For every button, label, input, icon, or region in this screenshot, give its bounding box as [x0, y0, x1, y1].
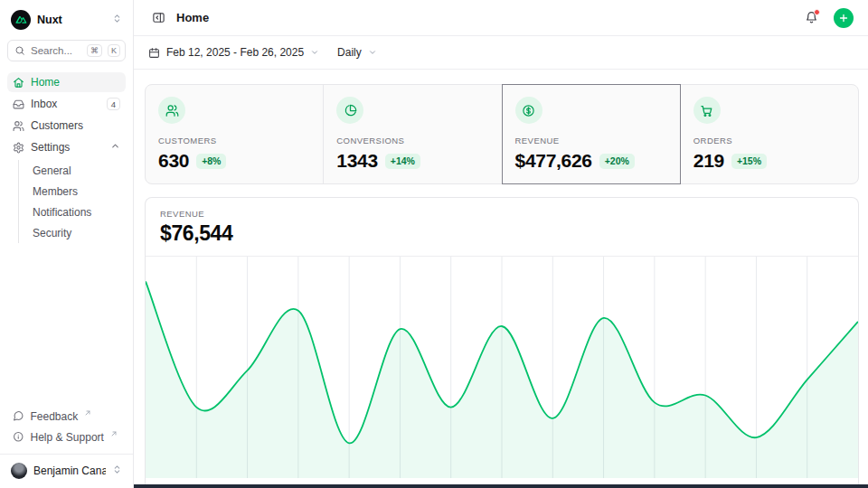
message-icon [13, 410, 24, 422]
workspace-switcher[interactable]: Nuxt [7, 8, 126, 40]
sidebar-item-help-support[interactable]: Help & Support [7, 427, 126, 447]
page-header: Home [134, 0, 868, 36]
sidebar-nav: Home Inbox 4 Customers Settings General [7, 72, 126, 243]
revenue-chart-card: REVENUE $76,544 14 Feb16 Feb18 Feb20 Feb… [145, 197, 859, 488]
kbd-k: K [108, 44, 120, 57]
chevron-updown-icon [112, 465, 122, 477]
sidebar-subitem-security[interactable]: Security [19, 222, 126, 243]
sidebar-item-customers[interactable]: Customers [7, 116, 126, 136]
stat-label: ORDERS [693, 136, 845, 145]
date-range-label: Feb 12, 2025 - Feb 26, 2025 [166, 46, 304, 59]
bottom-scrollbar[interactable] [134, 484, 868, 488]
stats-row: CUSTOMERS 630 +8% CONVERSIONS 1343 +14% [145, 84, 859, 184]
inbox-count-badge: 4 [107, 98, 120, 110]
avatar [11, 463, 27, 479]
main-panel: Home Feb 12, 2025 - Feb 26, 2025 Daily [134, 0, 868, 488]
workspace-name: Nuxt [37, 14, 106, 26]
stat-card-conversions[interactable]: CONVERSIONS 1343 +14% [323, 84, 502, 184]
external-link-icon [84, 409, 91, 424]
page-title: Home [176, 11, 209, 24]
notifications-button[interactable] [805, 11, 818, 24]
stat-value: 219 [693, 150, 724, 172]
sidebar: Nuxt Search... ⌘ K Home Inbox 4 Cust [0, 0, 134, 488]
sidebar-item-label: Help & Support [31, 431, 104, 444]
sidebar-spacer [7, 243, 126, 406]
search-placeholder: Search... [31, 45, 81, 56]
sidebar-subitem-general[interactable]: General [19, 160, 126, 181]
granularity-select[interactable]: Daily [337, 46, 377, 59]
stat-delta-badge: +15% [731, 154, 767, 169]
users-icon [13, 120, 24, 132]
stat-card-orders[interactable]: ORDERS 219 +15% [680, 84, 859, 184]
add-button[interactable] [834, 8, 854, 28]
sidebar-item-home[interactable]: Home [7, 72, 126, 92]
granularity-label: Daily [337, 46, 362, 59]
notification-dot [814, 9, 820, 15]
home-icon [13, 77, 24, 89]
inbox-icon [13, 99, 24, 110]
stat-value: 1343 [336, 150, 378, 172]
stat-delta-badge: +8% [196, 154, 226, 169]
chevron-up-icon [110, 141, 120, 154]
dashboard-content: CUSTOMERS 630 +8% CONVERSIONS 1343 +14% [134, 70, 868, 488]
stat-delta-badge: +20% [599, 154, 635, 169]
sidebar-collapse-button[interactable] [148, 8, 168, 28]
revenue-chart-svg [146, 257, 858, 479]
sidebar-item-inbox[interactable]: Inbox 4 [7, 94, 126, 114]
stat-label: REVENUE [515, 136, 667, 145]
cart-icon [700, 104, 713, 117]
date-range-picker[interactable]: Feb 12, 2025 - Feb 26, 2025 [148, 46, 319, 59]
kbd-cmd: ⌘ [87, 44, 102, 57]
chart-header: REVENUE $76,544 [146, 198, 858, 257]
sidebar-subitem-notifications[interactable]: Notifications [19, 202, 126, 222]
sidebar-item-label: Feedback [31, 410, 79, 423]
stat-delta-badge: +14% [385, 154, 420, 169]
chart-value: $76,544 [160, 221, 844, 246]
settings-sub-list: General Members Notifications Security [18, 160, 126, 243]
sidebar-item-label: Inbox [31, 98, 100, 110]
user-name: Benjamin Canac [33, 465, 106, 477]
sidebar-item-settings[interactable]: Settings [7, 137, 126, 157]
stat-value: 630 [158, 150, 189, 172]
sidebar-item-feedback[interactable]: Feedback [7, 406, 126, 427]
stat-card-customers[interactable]: CUSTOMERS 630 +8% [145, 84, 324, 184]
sidebar-item-label: Settings [31, 141, 104, 154]
chevron-down-icon [310, 48, 319, 57]
search-input[interactable]: Search... ⌘ K [7, 40, 126, 61]
sidebar-item-label: Home [31, 76, 120, 89]
app-window: Nuxt Search... ⌘ K Home Inbox 4 Cust [0, 0, 868, 488]
pie-chart-icon [344, 104, 357, 117]
calendar-icon [148, 47, 160, 59]
plus-icon [838, 13, 849, 23]
dollar-circle-icon [522, 104, 535, 117]
filters-toolbar: Feb 12, 2025 - Feb 26, 2025 Daily [134, 36, 868, 70]
stat-card-revenue[interactable]: REVENUE $477,626 +20% [502, 84, 681, 184]
gear-icon [13, 142, 24, 154]
chevron-updown-icon [112, 14, 122, 26]
users-icon [165, 104, 179, 117]
sidebar-item-label: Customers [31, 119, 120, 132]
external-link-icon [110, 430, 118, 445]
nuxt-logo-icon [11, 10, 31, 30]
stat-label: CUSTOMERS [158, 136, 310, 145]
stat-value: $477,626 [515, 150, 592, 172]
chart-title: REVENUE [160, 209, 844, 219]
revenue-chart[interactable]: 14 Feb16 Feb18 Feb20 Feb22 Feb24 Feb [146, 257, 858, 488]
sidebar-subitem-members[interactable]: Members [19, 181, 126, 202]
stat-label: CONVERSIONS [336, 136, 488, 145]
user-menu[interactable]: Benjamin Canac [0, 454, 133, 488]
panel-collapse-icon [152, 11, 165, 24]
info-icon [13, 431, 24, 443]
search-icon [14, 45, 25, 56]
chevron-down-icon [368, 48, 377, 57]
